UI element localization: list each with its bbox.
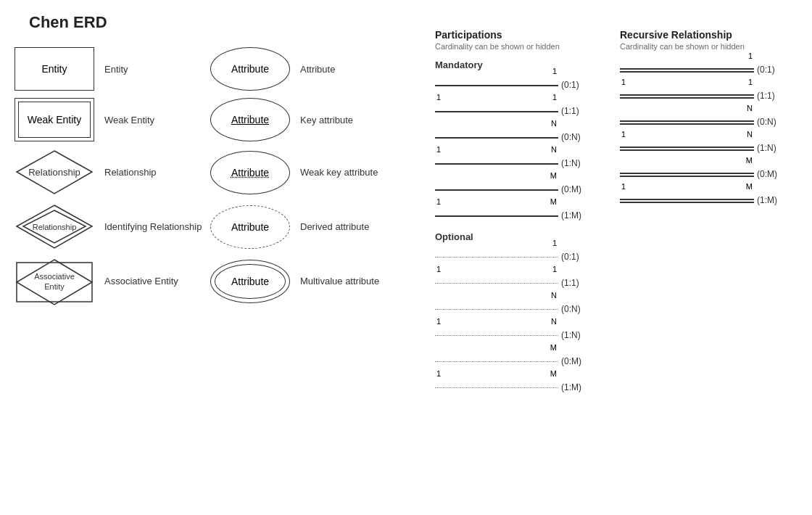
solid-line-11 <box>435 111 558 112</box>
multivalue-attribute-shape: Attribute <box>210 260 290 303</box>
opt-line-1m: 1 M <box>435 379 558 396</box>
opt-num-right-11: 1 <box>552 265 557 273</box>
rec-line-01: 1 <box>620 61 754 78</box>
num-right-1m: M <box>550 197 557 206</box>
mandatory-row-0n: N (0:N) <box>435 127 609 147</box>
line-11: 1 1 <box>435 102 558 120</box>
mandatory-row-0m: M (0:M) <box>435 179 609 199</box>
dotted-line-01 <box>435 257 558 258</box>
multivalue-attribute-item: Attribute Multivalue attribute <box>210 260 406 303</box>
rec-num-right-11: 1 <box>748 78 753 86</box>
opt-cardinality-01: (0:1) <box>561 252 579 262</box>
relationship-shape: Relationship <box>14 149 94 196</box>
rec-row-11: 1 1 (1:1) <box>620 86 801 106</box>
weak-key-shape-label: Attribute <box>231 167 269 178</box>
optional-row-1n: 1 N (1:N) <box>435 325 609 345</box>
derived-attribute-shape-label: Attribute <box>231 221 269 233</box>
rec-line-0n: N <box>620 113 754 131</box>
mandatory-row-1n: 1 N (1:N) <box>435 153 609 173</box>
opt-num-left-1n: 1 <box>436 317 441 326</box>
optional-row-0m: M (0:M) <box>435 351 609 371</box>
recursive-title: Recursive Relationship <box>620 29 801 41</box>
opt-cardinality-0m: (0:M) <box>561 356 581 366</box>
cardinality-0m: (0:M) <box>561 184 581 194</box>
rec-num-left-1m: 1 <box>621 182 626 191</box>
opt-line-1n: 1 N <box>435 326 558 344</box>
rec-line-1m: 1 M <box>620 191 754 209</box>
optional-row-01: 1 (0:1) <box>435 247 609 267</box>
rec-num-right-0n: N <box>747 104 753 112</box>
shape-row-5: Associative Entity Associative Entity At… <box>14 258 420 305</box>
num-right-0m: M <box>550 171 557 180</box>
svg-text:Relationship: Relationship <box>28 167 80 178</box>
opt-num-right-1n: N <box>551 317 557 326</box>
rec-line-11: 1 1 <box>620 87 754 104</box>
opt-num-right-1m: M <box>550 369 557 378</box>
associative-entity-shape: Associative Entity <box>14 258 94 305</box>
line-1m: 1 M <box>435 207 558 224</box>
cardinality-01: (0:1) <box>561 80 579 90</box>
rec-row-01: 1 (0:1) <box>620 59 801 80</box>
rec-row-1n: 1 N (1:N) <box>620 138 801 158</box>
solid-line-0m <box>435 189 558 191</box>
rec-num-right-1m: M <box>746 182 753 191</box>
multivalue-attribute-shape-label: Attribute <box>231 276 269 287</box>
associative-entity-item: Associative Entity Associative Entity <box>14 258 210 305</box>
line-1n: 1 N <box>435 154 558 172</box>
dotted-line-11 <box>435 283 558 284</box>
line-0n: N <box>435 128 558 146</box>
num-left-11: 1 <box>436 93 441 102</box>
mandatory-label: Mandatory <box>435 59 609 70</box>
rec-num-right-0m: M <box>746 156 753 165</box>
opt-cardinality-1n: (1:N) <box>561 330 581 340</box>
rec-num-left-11: 1 <box>621 78 626 86</box>
opt-line-0n: N <box>435 300 558 318</box>
rec-row-0n: N (0:N) <box>620 112 801 132</box>
cardinality-1n: (1:N) <box>561 158 581 168</box>
attribute-normal-shape-label: Attribute <box>231 63 269 75</box>
weak-entity-shape: Weak Entity <box>14 98 94 141</box>
num-left-1n: 1 <box>436 145 441 154</box>
svg-text:Relationship: Relationship <box>33 223 77 231</box>
weak-entity-shape-label: Weak Entity <box>28 114 81 125</box>
num-right-1n: N <box>551 145 557 154</box>
optional-row-0n: N (0:N) <box>435 299 609 319</box>
solid-line-01 <box>435 85 558 86</box>
line-01: 1 <box>435 76 558 94</box>
derived-attribute-shape: Attribute <box>210 205 290 249</box>
dotted-line-0m <box>435 361 558 363</box>
optional-row-1m: 1 M (1:M) <box>435 377 609 397</box>
key-attribute-shape-label: Attribute <box>231 114 269 125</box>
attribute-normal-label: Attribute <box>300 64 335 75</box>
svg-text:Associative: Associative <box>34 272 75 281</box>
dotted-line-0n <box>435 309 558 310</box>
num-right-0n: N <box>551 119 557 128</box>
opt-num-left-1m: 1 <box>436 369 441 378</box>
opt-cardinality-0n: (0:N) <box>561 304 581 314</box>
shape-row-1: Entity Entity Attribute Attribute <box>14 47 420 91</box>
shape-row-3: Relationship Relationship Attribute Weak… <box>14 149 420 196</box>
opt-num-right-01: 1 <box>552 239 557 247</box>
opt-num-right-0m: M <box>550 343 557 352</box>
derived-attribute-item: Attribute Derived attribute <box>210 205 406 249</box>
participations-subtitle: Cardinality can be shown or hidden <box>435 42 609 51</box>
relationship-item: Relationship Relationship <box>14 149 210 196</box>
entity-label: Entity <box>104 64 128 75</box>
rec-line-1n: 1 N <box>620 139 754 157</box>
cardinality-1m: (1:M) <box>561 210 581 221</box>
solid-line-1n <box>435 163 558 165</box>
rec-num-right-01: 1 <box>748 52 753 60</box>
shape-row-2: Weak Entity Weak Entity Attribute Key at… <box>14 98 420 141</box>
relationship-label: Relationship <box>104 167 157 178</box>
dotted-line-1n <box>435 335 558 337</box>
rec-line-0m: M <box>620 165 754 183</box>
cardinality-0n: (0:N) <box>561 132 581 142</box>
entity-item: Entity Entity <box>14 47 210 91</box>
rec-cardinality-0m: (0:M) <box>757 169 777 179</box>
attribute-normal-item: Attribute Attribute <box>210 47 406 91</box>
mandatory-row-01: 1 (0:1) <box>435 75 609 95</box>
opt-cardinality-1m: (1:M) <box>561 382 581 392</box>
svg-text:Entity: Entity <box>44 282 65 291</box>
associative-entity-label: Associative Entity <box>104 276 178 287</box>
weak-entity-label: Weak Entity <box>104 115 154 125</box>
